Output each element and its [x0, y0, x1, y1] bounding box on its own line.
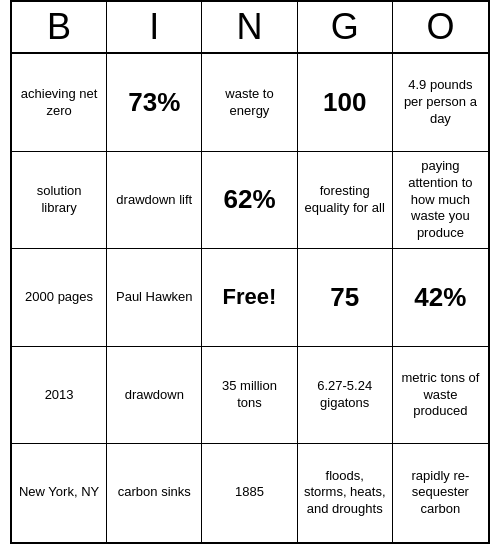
- bingo-cell-25: rapidly re-sequester carbon: [393, 444, 488, 541]
- bingo-cell-2: 73%: [107, 54, 202, 151]
- bingo-cell-19: 6.27-5.24 gigatons: [298, 347, 393, 444]
- bingo-cell-6: solution library: [12, 152, 107, 249]
- bingo-cell-5: 4.9 pounds per person a day: [393, 54, 488, 151]
- bingo-cell-23: 1885: [202, 444, 297, 541]
- bingo-cell-14: 75: [298, 249, 393, 346]
- header-letter: B: [12, 2, 107, 52]
- bingo-cell-12: Paul Hawken: [107, 249, 202, 346]
- bingo-cell-18: 35 million tons: [202, 347, 297, 444]
- bingo-grid: achieving net zero73%waste to energy1004…: [12, 54, 488, 541]
- bingo-cell-7: drawdown lift: [107, 152, 202, 249]
- bingo-cell-4: 100: [298, 54, 393, 151]
- bingo-cell-15: 42%: [393, 249, 488, 346]
- bingo-cell-1: achieving net zero: [12, 54, 107, 151]
- bingo-card: BINGO achieving net zero73%waste to ener…: [10, 0, 490, 543]
- bingo-cell-8: 62%: [202, 152, 297, 249]
- bingo-cell-9: foresting equality for all: [298, 152, 393, 249]
- bingo-cell-13: Free!: [202, 249, 297, 346]
- bingo-cell-17: drawdown: [107, 347, 202, 444]
- bingo-cell-10: paying attention to how much waste you p…: [393, 152, 488, 249]
- header-letter: N: [202, 2, 297, 52]
- header-letter: I: [107, 2, 202, 52]
- header-letter: O: [393, 2, 488, 52]
- bingo-cell-20: metric tons of waste produced: [393, 347, 488, 444]
- bingo-cell-11: 2000 pages: [12, 249, 107, 346]
- header-letter: G: [298, 2, 393, 52]
- bingo-cell-22: carbon sinks: [107, 444, 202, 541]
- bingo-cell-16: 2013: [12, 347, 107, 444]
- bingo-cell-24: floods, storms, heats, and droughts: [298, 444, 393, 541]
- bingo-cell-21: New York, NY: [12, 444, 107, 541]
- bingo-header: BINGO: [12, 2, 488, 54]
- bingo-cell-3: waste to energy: [202, 54, 297, 151]
